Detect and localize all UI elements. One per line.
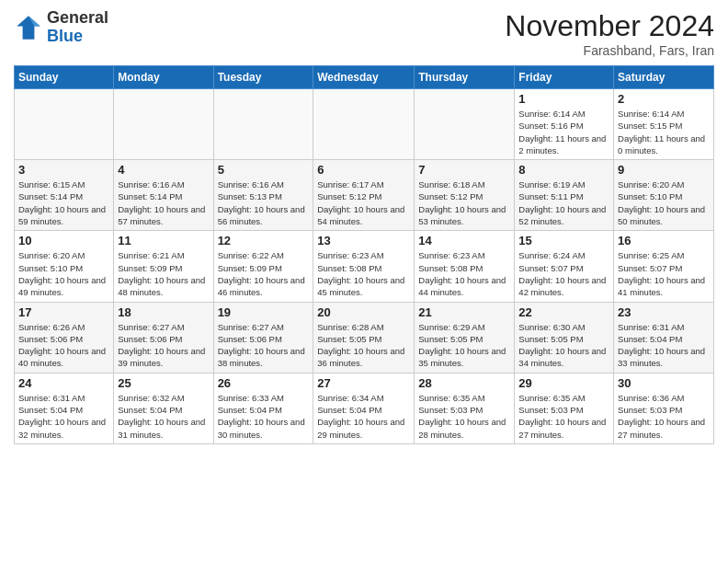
day-number: 9 bbox=[618, 163, 710, 177]
day-number: 15 bbox=[518, 234, 609, 247]
logo-icon bbox=[14, 13, 43, 42]
day-number: 29 bbox=[518, 376, 609, 390]
calendar-cell bbox=[313, 89, 415, 160]
logo-text: General Blue bbox=[47, 9, 108, 46]
calendar-cell: 6Sunrise: 6:17 AM Sunset: 5:12 PM Daylig… bbox=[313, 160, 415, 231]
calendar-week-row: 3Sunrise: 6:15 AM Sunset: 5:14 PM Daylig… bbox=[15, 160, 714, 231]
weekday-header: Wednesday bbox=[313, 66, 415, 89]
day-info: Sunrise: 6:15 AM Sunset: 5:14 PM Dayligh… bbox=[18, 178, 109, 227]
weekday-header: Monday bbox=[114, 66, 213, 89]
day-number: 5 bbox=[218, 163, 310, 177]
day-info: Sunrise: 6:24 AM Sunset: 5:07 PM Dayligh… bbox=[518, 249, 609, 298]
logo-general: General bbox=[47, 9, 108, 28]
calendar-cell: 8Sunrise: 6:19 AM Sunset: 5:11 PM Daylig… bbox=[515, 160, 614, 231]
calendar-cell: 16Sunrise: 6:25 AM Sunset: 5:07 PM Dayli… bbox=[614, 231, 714, 302]
calendar-cell bbox=[15, 89, 114, 160]
calendar-cell: 19Sunrise: 6:27 AM Sunset: 5:06 PM Dayli… bbox=[213, 302, 313, 373]
day-info: Sunrise: 6:20 AM Sunset: 5:10 PM Dayligh… bbox=[618, 178, 710, 227]
calendar-cell: 21Sunrise: 6:29 AM Sunset: 5:05 PM Dayli… bbox=[415, 302, 515, 373]
day-number: 30 bbox=[618, 376, 710, 390]
weekday-header: Friday bbox=[515, 66, 614, 89]
calendar-cell: 22Sunrise: 6:30 AM Sunset: 5:05 PM Dayli… bbox=[515, 302, 614, 373]
weekday-header: Sunday bbox=[15, 66, 114, 89]
weekday-header: Thursday bbox=[415, 66, 515, 89]
day-info: Sunrise: 6:25 AM Sunset: 5:07 PM Dayligh… bbox=[618, 249, 710, 298]
day-number: 21 bbox=[418, 305, 510, 319]
calendar-table: SundayMondayTuesdayWednesdayThursdayFrid… bbox=[14, 65, 714, 444]
day-info: Sunrise: 6:35 AM Sunset: 5:03 PM Dayligh… bbox=[418, 392, 510, 441]
calendar-cell: 1Sunrise: 6:14 AM Sunset: 5:16 PM Daylig… bbox=[515, 89, 614, 160]
day-number: 24 bbox=[18, 376, 109, 390]
logo-blue: Blue bbox=[47, 28, 108, 46]
day-info: Sunrise: 6:29 AM Sunset: 5:05 PM Dayligh… bbox=[418, 321, 510, 370]
day-info: Sunrise: 6:35 AM Sunset: 5:03 PM Dayligh… bbox=[518, 392, 609, 441]
day-number: 27 bbox=[317, 376, 410, 390]
calendar-cell: 25Sunrise: 6:32 AM Sunset: 5:04 PM Dayli… bbox=[114, 373, 213, 443]
logo: General Blue bbox=[14, 9, 108, 46]
calendar-week-row: 24Sunrise: 6:31 AM Sunset: 5:04 PM Dayli… bbox=[15, 373, 714, 443]
svg-marker-0 bbox=[17, 16, 40, 40]
day-info: Sunrise: 6:19 AM Sunset: 5:11 PM Dayligh… bbox=[518, 178, 609, 227]
calendar-cell: 4Sunrise: 6:16 AM Sunset: 5:14 PM Daylig… bbox=[114, 160, 213, 231]
day-number: 19 bbox=[218, 305, 310, 319]
weekday-header: Tuesday bbox=[213, 66, 313, 89]
day-info: Sunrise: 6:20 AM Sunset: 5:10 PM Dayligh… bbox=[18, 249, 109, 298]
day-number: 12 bbox=[218, 234, 310, 247]
day-number: 16 bbox=[618, 234, 710, 247]
day-info: Sunrise: 6:34 AM Sunset: 5:04 PM Dayligh… bbox=[317, 392, 410, 441]
day-number: 28 bbox=[418, 376, 510, 390]
calendar-cell: 7Sunrise: 6:18 AM Sunset: 5:12 PM Daylig… bbox=[415, 160, 515, 231]
day-info: Sunrise: 6:21 AM Sunset: 5:09 PM Dayligh… bbox=[118, 249, 209, 298]
page-header: General Blue November 2024 Farashband, F… bbox=[14, 9, 714, 58]
calendar-cell: 30Sunrise: 6:36 AM Sunset: 5:03 PM Dayli… bbox=[614, 373, 714, 443]
day-info: Sunrise: 6:16 AM Sunset: 5:13 PM Dayligh… bbox=[218, 178, 310, 227]
day-number: 13 bbox=[317, 234, 410, 247]
calendar-week-row: 1Sunrise: 6:14 AM Sunset: 5:16 PM Daylig… bbox=[15, 89, 714, 160]
calendar-cell bbox=[114, 89, 213, 160]
day-info: Sunrise: 6:18 AM Sunset: 5:12 PM Dayligh… bbox=[418, 178, 510, 227]
day-number: 22 bbox=[518, 305, 609, 319]
calendar-week-row: 17Sunrise: 6:26 AM Sunset: 5:06 PM Dayli… bbox=[15, 302, 714, 373]
day-number: 1 bbox=[518, 92, 609, 106]
weekday-header: Saturday bbox=[614, 66, 714, 89]
day-number: 8 bbox=[518, 163, 609, 177]
day-info: Sunrise: 6:22 AM Sunset: 5:09 PM Dayligh… bbox=[218, 249, 310, 298]
day-number: 7 bbox=[418, 163, 510, 177]
calendar-cell: 26Sunrise: 6:33 AM Sunset: 5:04 PM Dayli… bbox=[213, 373, 313, 443]
calendar-cell: 2Sunrise: 6:14 AM Sunset: 5:15 PM Daylig… bbox=[614, 89, 714, 160]
calendar-cell: 15Sunrise: 6:24 AM Sunset: 5:07 PM Dayli… bbox=[515, 231, 614, 302]
calendar-cell bbox=[213, 89, 313, 160]
day-number: 20 bbox=[317, 305, 410, 319]
day-number: 10 bbox=[18, 234, 109, 247]
day-info: Sunrise: 6:33 AM Sunset: 5:04 PM Dayligh… bbox=[218, 392, 310, 441]
day-info: Sunrise: 6:31 AM Sunset: 5:04 PM Dayligh… bbox=[618, 321, 710, 370]
day-info: Sunrise: 6:31 AM Sunset: 5:04 PM Dayligh… bbox=[18, 392, 109, 441]
calendar-cell: 9Sunrise: 6:20 AM Sunset: 5:10 PM Daylig… bbox=[614, 160, 714, 231]
day-number: 26 bbox=[218, 376, 310, 390]
day-info: Sunrise: 6:17 AM Sunset: 5:12 PM Dayligh… bbox=[317, 178, 410, 227]
day-number: 2 bbox=[618, 92, 710, 106]
calendar-header-row: SundayMondayTuesdayWednesdayThursdayFrid… bbox=[15, 66, 714, 89]
calendar-cell: 14Sunrise: 6:23 AM Sunset: 5:08 PM Dayli… bbox=[415, 231, 515, 302]
day-info: Sunrise: 6:23 AM Sunset: 5:08 PM Dayligh… bbox=[317, 249, 410, 298]
day-info: Sunrise: 6:14 AM Sunset: 5:16 PM Dayligh… bbox=[518, 108, 609, 156]
day-info: Sunrise: 6:27 AM Sunset: 5:06 PM Dayligh… bbox=[218, 321, 310, 370]
calendar-cell: 23Sunrise: 6:31 AM Sunset: 5:04 PM Dayli… bbox=[614, 302, 714, 373]
day-info: Sunrise: 6:14 AM Sunset: 5:15 PM Dayligh… bbox=[618, 108, 710, 156]
day-info: Sunrise: 6:36 AM Sunset: 5:03 PM Dayligh… bbox=[618, 392, 710, 441]
day-number: 23 bbox=[618, 305, 710, 319]
calendar-cell: 20Sunrise: 6:28 AM Sunset: 5:05 PM Dayli… bbox=[313, 302, 415, 373]
day-number: 25 bbox=[118, 376, 209, 390]
day-number: 6 bbox=[317, 163, 410, 177]
day-number: 11 bbox=[118, 234, 209, 247]
calendar-cell: 17Sunrise: 6:26 AM Sunset: 5:06 PM Dayli… bbox=[15, 302, 114, 373]
calendar-cell bbox=[415, 89, 515, 160]
calendar-cell: 5Sunrise: 6:16 AM Sunset: 5:13 PM Daylig… bbox=[213, 160, 313, 231]
calendar-week-row: 10Sunrise: 6:20 AM Sunset: 5:10 PM Dayli… bbox=[15, 231, 714, 302]
day-info: Sunrise: 6:26 AM Sunset: 5:06 PM Dayligh… bbox=[18, 321, 109, 370]
day-number: 4 bbox=[118, 163, 209, 177]
day-info: Sunrise: 6:23 AM Sunset: 5:08 PM Dayligh… bbox=[418, 249, 510, 298]
month-title: November 2024 bbox=[505, 9, 714, 43]
day-number: 18 bbox=[118, 305, 209, 319]
day-info: Sunrise: 6:32 AM Sunset: 5:04 PM Dayligh… bbox=[118, 392, 209, 441]
